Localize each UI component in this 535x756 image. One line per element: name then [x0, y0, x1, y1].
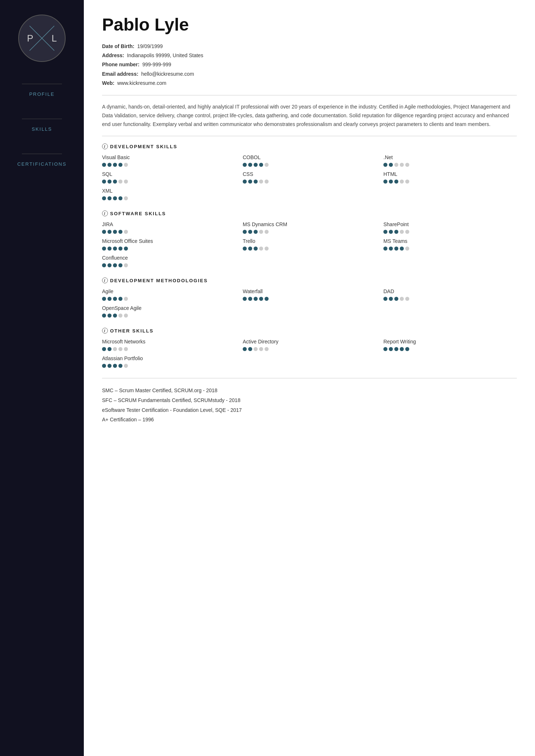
- certification-item: SFC – SCRUM Fundamentals Certified, SCRU…: [102, 395, 517, 405]
- profile-text: A dynamic, hands-on, detail-oriented, an…: [102, 103, 517, 129]
- skill-dots: [383, 347, 517, 351]
- skill-item: MS Dynamics CRM: [243, 221, 376, 234]
- dot: [405, 180, 409, 184]
- dot: [265, 163, 269, 167]
- dot: [118, 347, 122, 351]
- sidebar-divider-profile: [22, 84, 62, 84]
- dot: [405, 230, 409, 234]
- skill-name: OpenSpace Agile: [102, 305, 235, 311]
- dot: [108, 314, 112, 318]
- dot: [113, 263, 117, 267]
- methodologies-skills-block: i DEVELOPMENT METHODOLOGIES Agile Waterf…: [102, 277, 517, 318]
- dot: [405, 297, 409, 301]
- skill-item: Trello: [243, 238, 376, 251]
- email-label: Email address:: [102, 71, 138, 77]
- skill-item: Active Directory: [243, 339, 376, 351]
- skill-name: Active Directory: [243, 339, 376, 344]
- other-skills-grid: Microsoft Networks Active Directory Repo…: [102, 339, 517, 368]
- dot: [102, 263, 106, 267]
- dot: [243, 180, 247, 184]
- dot: [102, 297, 106, 301]
- dot: [102, 180, 106, 184]
- info-icon-dev: i: [102, 143, 108, 149]
- dot: [383, 247, 387, 251]
- skill-dots: [102, 297, 235, 301]
- dot: [394, 180, 398, 184]
- dot: [113, 347, 117, 351]
- sidebar-label-profile: PROFILE: [29, 91, 55, 97]
- avatar: P L: [18, 15, 66, 62]
- skill-item: OpenSpace Agile: [102, 305, 235, 318]
- skill-dots: [243, 297, 376, 301]
- dot: [118, 247, 122, 251]
- skill-item: SharePoint: [383, 221, 517, 234]
- skill-name: COBOL: [243, 154, 376, 160]
- dot: [108, 364, 112, 368]
- software-skills-block: i SOFTWARE SKILLS JIRA MS Dynamics CRM S…: [102, 210, 517, 267]
- skill-dots: [243, 347, 376, 351]
- dot: [389, 297, 393, 301]
- dob-row: Date of Birth: 19/09/1999: [102, 42, 517, 51]
- skill-item: MS Teams: [383, 238, 517, 251]
- dot: [102, 196, 106, 200]
- skill-item: Waterfall: [243, 288, 376, 301]
- skill-item: Confluence: [102, 255, 235, 267]
- dot: [259, 230, 263, 234]
- dot: [108, 263, 112, 267]
- skill-name: Waterfall: [243, 288, 376, 294]
- skill-name: Confluence: [102, 255, 235, 261]
- dot: [108, 230, 112, 234]
- contact-info: Date of Birth: 19/09/1999 Address: India…: [102, 42, 517, 88]
- other-skills-block: i OTHER SKILLS Microsoft Networks Active…: [102, 328, 517, 368]
- skill-item: .Net: [383, 154, 517, 167]
- phone-value: 999-999-999: [142, 62, 171, 67]
- info-icon-other: i: [102, 328, 108, 334]
- skill-item: Atlassian Portfolio: [102, 355, 235, 368]
- avatar-initial-p: P: [27, 33, 33, 44]
- skill-dots: [102, 230, 235, 234]
- skill-dots: [383, 247, 517, 251]
- dot: [405, 247, 409, 251]
- dot: [113, 230, 117, 234]
- dot: [400, 247, 404, 251]
- dev-skills-grid: Visual Basic COBOL .Net SQL CSS HTML XML: [102, 154, 517, 200]
- skill-dots: [102, 180, 235, 184]
- address-row: Address: Indianapolis 99999, United Stat…: [102, 51, 517, 60]
- dot: [243, 347, 247, 351]
- divider-profile: [102, 95, 517, 95]
- dot: [259, 163, 263, 167]
- skill-name: Microsoft Networks: [102, 339, 235, 344]
- other-skills-title: i OTHER SKILLS: [102, 328, 517, 334]
- dot: [108, 347, 112, 351]
- skill-item: XML: [102, 188, 235, 200]
- dot: [243, 230, 247, 234]
- skill-name: Agile: [102, 288, 235, 294]
- skill-dots: [102, 196, 235, 200]
- dot: [118, 180, 122, 184]
- dot: [113, 297, 117, 301]
- dot: [389, 347, 393, 351]
- skill-name: Visual Basic: [102, 154, 235, 160]
- skill-item: HTML: [383, 171, 517, 184]
- dot: [113, 180, 117, 184]
- skill-item: Microsoft Networks: [102, 339, 235, 351]
- dot: [389, 163, 393, 167]
- skill-dots: [102, 314, 235, 318]
- dot: [265, 230, 269, 234]
- dot: [113, 364, 117, 368]
- dot: [124, 347, 128, 351]
- development-skills-title: i DEVELOPMENT SKILLS: [102, 143, 517, 149]
- dot: [124, 297, 128, 301]
- skill-item: SQL: [102, 171, 235, 184]
- development-skills-block: i DEVELOPMENT SKILLS Visual Basic COBOL …: [102, 143, 517, 200]
- dot: [243, 297, 247, 301]
- software-skills-title: i SOFTWARE SKILLS: [102, 210, 517, 216]
- skill-name: MS Teams: [383, 238, 517, 244]
- dot: [405, 163, 409, 167]
- certification-item: SMC – Scrum Master Certified, SCRUM.org …: [102, 386, 517, 395]
- skill-dots: [102, 347, 235, 351]
- divider-skills: [102, 136, 517, 136]
- dot: [124, 230, 128, 234]
- dot: [259, 347, 263, 351]
- email-row: Email address: hello@kickresume.com: [102, 70, 517, 79]
